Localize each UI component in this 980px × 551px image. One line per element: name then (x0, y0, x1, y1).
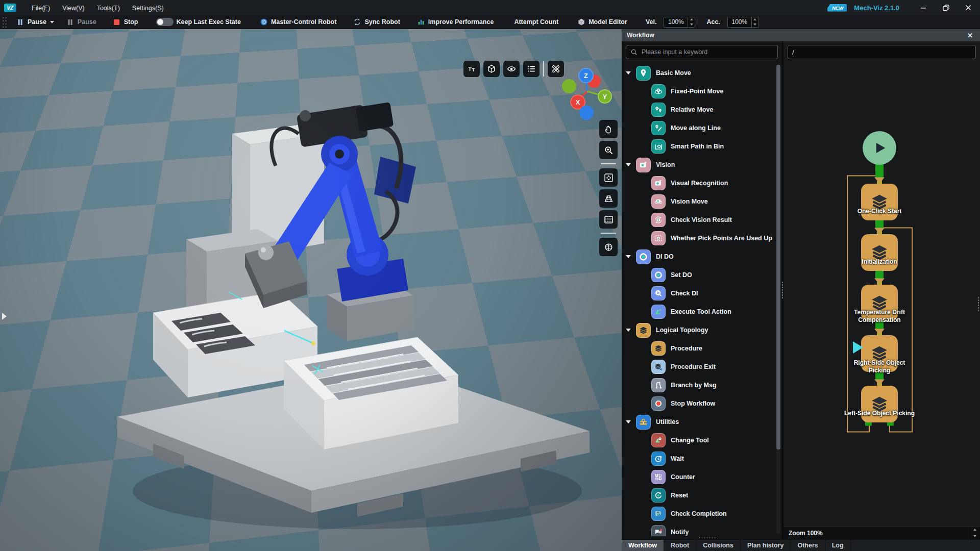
close-icon[interactable] (961, 3, 976, 13)
chevron-down-icon[interactable] (626, 420, 631, 423)
mech-viz-window: VZ File(F)View(V)Tools(T)Settings(S) NEW… (0, 0, 980, 551)
sync-robot-button[interactable]: Sync Robot (349, 16, 404, 28)
eye-visibility-button[interactable] (503, 61, 520, 77)
step-label: Check Completion (671, 510, 727, 517)
tools-separator (601, 163, 616, 164)
tab-plan-history[interactable]: Plan history (741, 540, 791, 551)
right-edge-splitter-handle[interactable] (977, 296, 979, 312)
svg-text:X: X (576, 98, 580, 106)
orbit-globe-icon (603, 242, 614, 253)
tab-others[interactable]: Others (791, 540, 825, 551)
step-stop-workflow[interactable]: Stop Workflow (622, 394, 776, 413)
step-check-completion[interactable]: Check Completion (622, 505, 776, 523)
chevron-down-icon[interactable] (626, 255, 631, 258)
step-label: Check DI (671, 290, 698, 297)
step-change-tool[interactable]: Change Tool (622, 431, 776, 449)
frustum-grid-button[interactable] (599, 189, 618, 208)
run-workflow-button[interactable] (863, 131, 896, 165)
display-list-button[interactable] (523, 61, 540, 77)
tab-collisions[interactable]: Collisions (696, 540, 741, 551)
attempt-count-button[interactable]: Attempt Count (510, 17, 562, 27)
library-scrollbar[interactable] (776, 65, 780, 534)
branch-by-msg-icon (651, 378, 666, 392)
step-whether-pick-points-are-used-up[interactable]: Whether Pick Points Are Used Up (622, 229, 776, 247)
menu-view[interactable]: View(V) (56, 3, 91, 14)
category-basic-move[interactable]: Basic Move (622, 64, 776, 82)
step-visual-recognition[interactable]: Visual Recognition (622, 174, 776, 192)
tab-log[interactable]: Log (825, 540, 851, 551)
step-notify[interactable]: Notify (622, 523, 776, 536)
viewport-side-tools (599, 120, 618, 256)
step-vision-move[interactable]: Vision Move (622, 192, 776, 211)
category-vision[interactable]: Vision (622, 156, 776, 174)
graph-path-box[interactable]: / (788, 45, 976, 59)
step-fixed-point-move[interactable]: Fixed-Point Move (622, 82, 776, 101)
category-di-do[interactable]: DI DO (622, 247, 776, 266)
cube-icon (577, 17, 586, 27)
stop-icon (112, 17, 121, 27)
3d-viewport[interactable]: TT Z Y X ! ? (0, 29, 622, 551)
step-label: Branch by Msg (671, 382, 717, 389)
model-editor-button[interactable]: Model Editor (573, 16, 631, 28)
step-relative-move[interactable]: Relative Move (622, 101, 776, 119)
app-logo-icon: VZ (4, 4, 16, 12)
menubar: File(F)View(V)Tools(T)Settings(S) (26, 3, 170, 12)
restore-icon[interactable] (938, 3, 953, 13)
step-set-do[interactable]: Set DO (622, 266, 776, 284)
zoom-in-button[interactable] (599, 141, 618, 159)
layer-slices-button[interactable] (599, 210, 618, 229)
step-check-vision-result[interactable]: Check Vision Result (622, 211, 776, 229)
left-panel-expander[interactable] (2, 313, 7, 320)
chevron-down-icon[interactable] (626, 163, 631, 166)
tab-workflow[interactable]: Workflow (622, 540, 664, 551)
graph-zoom-bar: Zoom 100% (783, 526, 980, 539)
pause-secondary-button[interactable]: Pause (61, 16, 101, 28)
step-wait[interactable]: Wait (622, 449, 776, 468)
chevron-down-icon[interactable] (626, 329, 631, 332)
panel-close-icon[interactable]: ✕ (965, 32, 975, 39)
category-logical-topology[interactable]: Logical Topology (622, 321, 776, 339)
stop-button[interactable]: Stop (108, 16, 142, 28)
orbit-globe-button[interactable] (599, 238, 618, 256)
fit-view-button[interactable] (599, 168, 618, 187)
chevron-down-icon[interactable] (626, 71, 631, 74)
zoom-in-icon (603, 145, 614, 156)
minimize-icon[interactable] (916, 3, 931, 13)
text-labels-button[interactable]: TT (463, 61, 480, 77)
improve-performance-button[interactable]: Improve Performance (412, 16, 498, 28)
menu-tools[interactable]: Tools(T) (91, 3, 126, 14)
step-tree: Basic MoveFixed-Point MoveRelative MoveM… (622, 64, 776, 536)
zoom-level-value[interactable]: Zoom 100% (783, 530, 969, 537)
master-control-robot-button[interactable]: Master-Control Robot (255, 16, 340, 28)
search-box[interactable] (626, 45, 778, 59)
velocity-stepper[interactable]: 100% (664, 17, 695, 28)
step-procedure[interactable]: Procedure (622, 339, 776, 358)
acceleration-stepper[interactable]: 100% (727, 17, 759, 28)
step-smart-path-in-bin[interactable]: Smart Path in Bin (622, 137, 776, 156)
step-reset[interactable]: Reset (622, 486, 776, 505)
zoom-stepper[interactable] (969, 527, 980, 539)
keep-last-exec-toggle[interactable]: Keep Last Exec State (152, 17, 244, 27)
horizontal-splitter-handle[interactable] (698, 537, 717, 539)
cube-view-button[interactable] (483, 61, 500, 77)
step-check-di[interactable]: DICheck DI (622, 284, 776, 303)
workflow-node-label: Right-Side Object Picking (844, 359, 915, 374)
pan-hand-button[interactable] (599, 120, 618, 138)
pause-button[interactable]: Pause (11, 16, 58, 28)
category-utilities[interactable]: Utilities (622, 413, 776, 431)
toolbar-grip-handle[interactable] (2, 16, 7, 28)
step-label: Visual Recognition (671, 180, 728, 187)
menu-settings[interactable]: Settings(S) (126, 3, 170, 14)
workflow-graph-canvas[interactable]: One-Click StartInitializationTemperature… (783, 61, 980, 526)
svg-text:DI: DI (657, 292, 660, 294)
step-branch-by-msg[interactable]: Branch by Msg (622, 376, 776, 394)
search-input[interactable] (641, 48, 773, 56)
axis-gizmo[interactable]: Z Y X (552, 63, 622, 123)
step-move-along-line[interactable]: Move along Line (622, 119, 776, 137)
menu-file[interactable]: File(F) (26, 3, 56, 14)
step-procedure-exit[interactable]: Procedure Exit (622, 358, 776, 376)
step-counter[interactable]: 1234Counter (622, 468, 776, 486)
step-label: Vision Move (671, 198, 708, 205)
tab-robot[interactable]: Robot (664, 540, 696, 551)
step-execute-tool-action[interactable]: Execute Tool Action (622, 303, 776, 321)
